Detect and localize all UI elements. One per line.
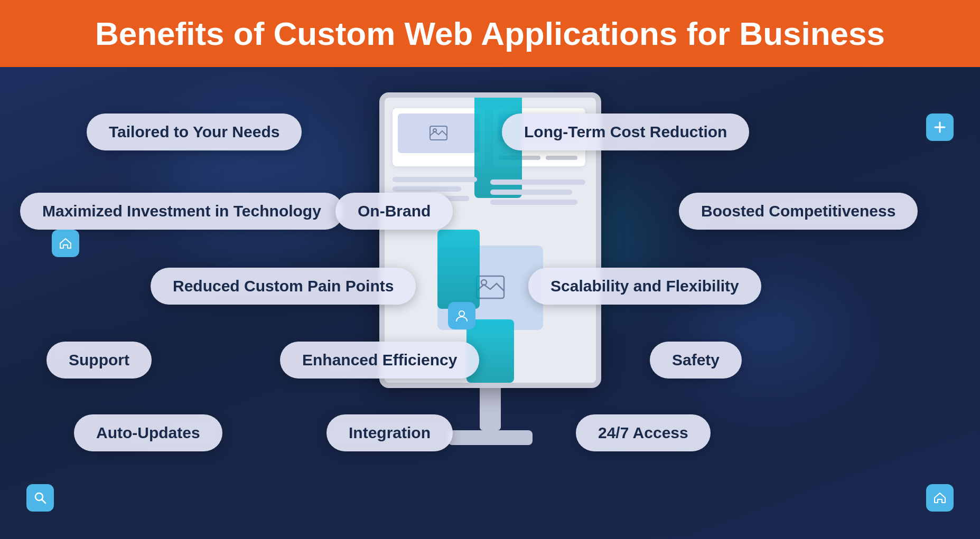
teal-accent-2: [437, 230, 480, 309]
pill-integration: Integration: [326, 414, 453, 451]
screen-line-2: [393, 186, 461, 192]
header-section: Benefits of Custom Web Applications for …: [0, 0, 980, 67]
page-wrapper: Benefits of Custom Web Applications for …: [0, 0, 980, 539]
svg-line-8: [42, 500, 46, 504]
pill-enhanced: Enhanced Efficiency: [280, 342, 479, 379]
main-content: Tailored to Your Needs Long-Term Cost Re…: [0, 67, 980, 539]
home-icon-button-right[interactable]: [926, 484, 954, 512]
screen-card-left: [393, 108, 485, 166]
screen-text-line-2: [546, 156, 577, 160]
monitor-neck: [480, 388, 501, 430]
screen-lines-right: [490, 179, 593, 210]
screen-line-r1: [490, 179, 585, 185]
pill-reduced: Reduced Custom Pain Points: [151, 268, 416, 305]
svg-point-1: [433, 129, 436, 132]
user-icon-button[interactable]: [448, 302, 475, 329]
pill-maximized: Maximized Investment in Technology: [20, 193, 343, 230]
screen-line-1: [393, 177, 477, 182]
pill-scalability: Scalability and Flexibility: [528, 268, 761, 305]
svg-point-6: [459, 311, 464, 316]
pill-tailored: Tailored to Your Needs: [87, 114, 302, 150]
screen-image-placeholder-1: [398, 114, 480, 153]
home-icon-button-left[interactable]: [52, 230, 79, 257]
monitor-base: [448, 430, 533, 445]
pill-long-term-cost: Long-Term Cost Reduction: [502, 114, 749, 150]
pill-boosted: Boosted Competitiveness: [679, 193, 918, 230]
pill-auto-updates: Auto-Updates: [74, 414, 222, 451]
page-title: Benefits of Custom Web Applications for …: [21, 15, 959, 52]
pill-on-brand: On-Brand: [335, 193, 453, 230]
pill-support: Support: [46, 342, 152, 379]
plus-icon-button[interactable]: [926, 114, 954, 141]
pill-access: 24/7 Access: [576, 414, 711, 451]
screen-line-r3: [490, 200, 577, 205]
pill-safety: Safety: [650, 342, 742, 379]
screen-line-r2: [490, 190, 572, 195]
search-icon-button[interactable]: [26, 484, 54, 512]
